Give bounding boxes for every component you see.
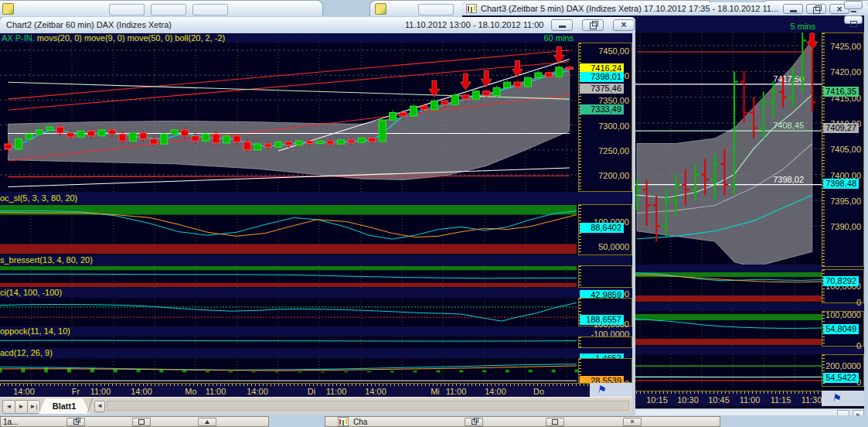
axis-corner [822,391,864,406]
indicator-label: acd(12, 26, 9) [0,348,632,358]
price-box: 7409,27 [823,123,859,133]
tab-last-button[interactable]: ►| [27,400,40,414]
indicator-tick-label: 0 [824,341,861,350]
horizontal-scrollbar[interactable] [107,401,629,411]
price-tick-label: 7200,00 [582,171,629,180]
minimized-windows-strip: 1a... Cha [0,415,868,427]
window-right-border [864,15,868,424]
close-icon [630,417,634,425]
minimized-window-1[interactable]: 1a... [0,416,269,427]
indicator-tick-label: 100,0000 [824,310,861,319]
indicator-tick-label: 50,0000 [582,242,629,251]
minimize-icon [559,26,566,28]
scroll-left-button[interactable]: ◄ [94,401,105,412]
chart3-plot[interactable]: 7417,507408,457398,02 [625,32,822,387]
time-label: 11:00 [733,395,767,405]
chart2-body: AX P-IN. movs(20, 0) move(9, 0) move(50,… [0,33,635,415]
restore-button[interactable] [806,4,826,14]
price-tick-label: 7450,00 [582,46,629,56]
indicator-scale[interactable]: 50,000042,9859 [578,265,632,288]
scroll-to-end-icon[interactable] [832,391,842,405]
sheet-tab[interactable]: Blatt1 [39,398,90,414]
close-icon [621,20,626,29]
chart3-title: Chart3 (Zeitbar 5 min) DAX (Indizes Xetr… [481,4,778,13]
indicator-label: ci(14, 100, -100) [0,288,632,298]
indicator-tick-label: 0 [824,298,861,307]
chart2-window[interactable]: Chart2 (Zeitbar 60 min) DAX (Indizes Xet… [0,17,635,415]
price-tick-label: 7425,00 [825,42,861,51]
symbol-label: AX P-IN. [0,33,35,43]
restore-button[interactable] [582,19,604,31]
indicator-scale[interactable]: 1,4652 [578,336,632,348]
close-button[interactable] [613,19,635,31]
background-window-a[interactable] [0,0,323,16]
restore-icon [590,22,597,29]
time-label: 14:00 [478,387,512,396]
minimize-button[interactable] [844,1,863,9]
indicator-scale[interactable]: 100,0000-100,0000188,6557 [578,298,632,326]
svg-text:7408,45: 7408,45 [773,121,804,130]
background-button[interactable] [418,4,454,15]
minimize-button[interactable] [551,19,573,31]
minimize-icon [851,11,856,12]
close-button[interactable] [623,418,642,426]
background-button[interactable] [151,4,186,15]
indicator-scale[interactable]: 20,0000-20,000028,5539 [578,358,632,383]
restore-button[interactable] [66,418,85,426]
tab-prev-button[interactable]: ► [15,400,28,414]
tab-first-button[interactable]: ◄ [2,400,15,414]
close-icon [836,5,842,14]
maximize-button[interactable] [844,15,863,24]
price-tick-label: 7390,00 [825,222,861,231]
chart3-price-scale[interactable]: 7425,007420,007415,007410,007405,007400,… [822,32,864,267]
trading-workspace: Chart3 (Zeitbar 5 min) DAX (Indizes Xetr… [0,0,868,427]
price-tick-label: 7405,00 [825,145,861,154]
time-label: 14:00 [124,387,158,396]
chart3-titlebar[interactable]: Chart3 (Zeitbar 5 min) DAX (Indizes Xetr… [462,2,868,16]
chart2-price-scale[interactable]: 7450,007400,007350,007300,007250,007200,… [578,43,632,192]
scale-ticks [579,337,581,347]
indicator-value-box: 70,8292 [823,276,859,286]
price-box: 7416,35 [823,87,859,97]
indicator-scale[interactable]: 100,000050,0000088,6402 [578,204,632,255]
chart2-titlebar[interactable]: Chart2 (Zeitbar 60 min) DAX (Indizes Xet… [0,17,635,34]
svg-text:7417,50: 7417,50 [773,74,804,84]
indicator-value-box: 54,8049 [823,324,859,334]
minimized-window-label: Cha [353,418,367,426]
scroll-to-end-icon[interactable] [597,383,608,396]
background-button[interactable] [109,4,145,15]
time-label: 10:45 [702,395,736,405]
indicator-label: oppock(11, 14, 10) [0,326,632,336]
indicator-tick-label: 200,0000 [824,361,861,371]
maximize-icon [138,419,145,425]
chart3-time-axis[interactable]: 010:1510:3010:4511:0011:1511:30 [625,391,822,406]
indicator-label: s_bressert(13, 4, 80, 20) [0,255,632,265]
price-box: 7398,01 [580,72,624,82]
expand-button[interactable] [198,418,216,426]
restore-button[interactable] [465,418,483,426]
background-button[interactable] [192,4,228,15]
time-label: 10:30 [671,395,705,405]
minimize-icon [790,10,797,12]
minimize-button[interactable] [783,4,803,14]
minimized-window-2[interactable]: Cha [325,416,720,427]
indicator-scale[interactable]: 200,0000054,5422 [822,354,864,387]
indicator-scale[interactable]: 100,0000054,8049 [822,311,864,347]
indicator-scale[interactable]: 100,0000070,8292 [822,269,864,303]
price-tick-label: 7395,00 [825,196,861,206]
chart-window-icon [338,417,349,426]
price-box: 7333,49 [580,104,624,114]
time-label: 11:00 [83,387,117,396]
maximize-button[interactable] [546,418,564,426]
chart2-indicator-header: AX P-IN. movs(20, 0) move(9, 0) move(50,… [0,33,632,43]
time-label: 11:00 [439,387,473,396]
chart2-time-axis[interactable]: 14:00Fr11:0014:00Mo11:0014:00Di11:0014:0… [0,383,590,397]
sheet-tab-bar: ◄►►|Blatt1◄ [0,397,635,414]
axis-ticks [625,391,822,394]
indicator-value-box: 54,5422 [823,373,859,383]
chart-window-icon [466,4,477,13]
maximize-button[interactable] [132,418,151,426]
indicator-value-box: 188,6557 [580,315,624,325]
interval-badge: 60 mins [543,33,574,43]
window-right-border [632,33,635,415]
